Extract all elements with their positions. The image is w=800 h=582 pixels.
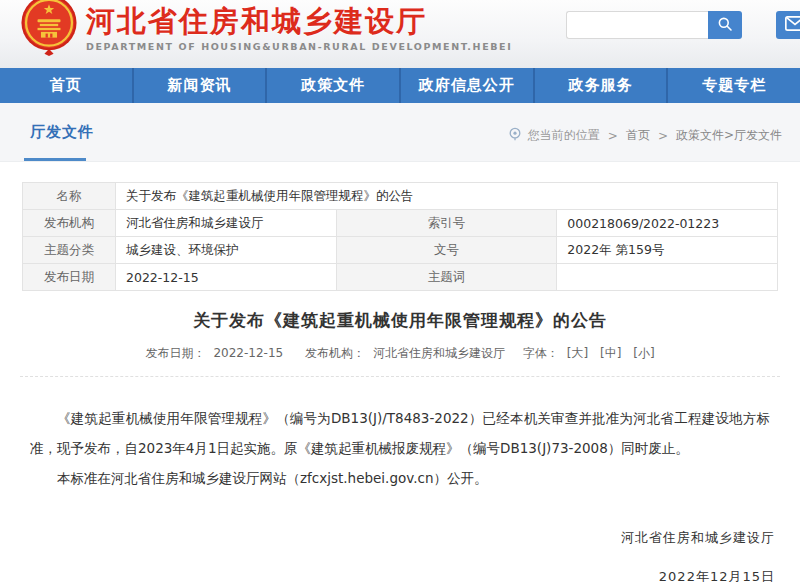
article-paragraph: 《建筑起重机械使用年限管理规程》（编号为DB13(J)/T8483-2022）已… <box>30 403 770 463</box>
doc-index-value: 000218069/2022-01223 <box>557 210 778 237</box>
meta-date: 2022-12-15 <box>213 346 283 360</box>
meta-font-label: 字体： <box>523 346 559 360</box>
nav-item-news[interactable]: 新闻资讯 <box>132 68 266 103</box>
doc-keywords-value <box>557 264 778 291</box>
search-button[interactable] <box>708 11 742 39</box>
breadcrumb-current[interactable]: 政策文件>厅发文件 <box>676 127 782 144</box>
tab-department-documents[interactable]: 厅发文件 <box>30 123 94 142</box>
site-title: 河北省住房和城乡建设厅 <box>86 4 512 38</box>
dashed-divider <box>20 376 780 377</box>
font-size-medium-button[interactable]: [中] <box>600 346 621 360</box>
tab-active-underline <box>24 158 86 161</box>
nav-item-policy[interactable]: 政策文件 <box>265 68 399 103</box>
nav-item-topics[interactable]: 专题专栏 <box>666 68 800 103</box>
signature-block: 河北省住房和城乡建设厅 2022年12月15日 <box>0 529 775 582</box>
mail-button[interactable] <box>776 11 800 39</box>
nav-item-home[interactable]: 首页 <box>0 68 132 103</box>
table-row: 名称 关于发布《建筑起重机械使用年限管理规程》的公告 <box>23 183 778 210</box>
main-content: 名称 关于发布《建筑起重机械使用年限管理规程》的公告 发布机构 河北省住房和城乡… <box>0 162 800 582</box>
font-size-small-button[interactable]: [小] <box>633 346 654 360</box>
doc-name-value: 关于发布《建筑起重机械使用年限管理规程》的公告 <box>116 183 778 210</box>
signature-agency: 河北省住房和城乡建设厅 <box>0 529 775 547</box>
doc-agency-label: 发布机构 <box>23 210 116 237</box>
meta-agency-label: 发布机构： <box>305 346 365 360</box>
main-nav: 首页 新闻资讯 政策文件 政府信息公开 政务服务 专题专栏 <box>0 68 800 103</box>
doc-keywords-label: 主题词 <box>336 264 557 291</box>
location-pin-icon <box>508 127 522 144</box>
doc-number-value: 2022年 第159号 <box>557 237 778 264</box>
mail-icon <box>785 16 800 34</box>
meta-date-label: 发布日期： <box>145 346 205 360</box>
table-row: 发布日期 2022-12-15 主题词 <box>23 264 778 291</box>
doc-category-label: 主题分类 <box>23 237 116 264</box>
site-subtitle: DEPARTMENT OF HOUSING&URBAN-RURAL DEVELO… <box>86 41 512 52</box>
breadcrumb-strip: 厅发文件 您当前的位置 > 首页 > 政策文件>厅发文件 <box>0 103 800 162</box>
breadcrumb-home-link[interactable]: 首页 <box>626 127 650 144</box>
meta-agency: 河北省住房和城乡建设厅 <box>373 346 505 360</box>
signature-date: 2022年12月15日 <box>0 568 775 582</box>
doc-index-label: 索引号 <box>336 210 557 237</box>
doc-date-label: 发布日期 <box>23 264 116 291</box>
national-emblem-icon <box>20 0 78 56</box>
table-row: 主题分类 城乡建设、环境保护 文号 2022年 第159号 <box>23 237 778 264</box>
article-body: 《建筑起重机械使用年限管理规程》（编号为DB13(J)/T8483-2022）已… <box>30 403 770 493</box>
nav-item-services[interactable]: 政务服务 <box>533 68 667 103</box>
document-info-table: 名称 关于发布《建筑起重机械使用年限管理规程》的公告 发布机构 河北省住房和城乡… <box>22 182 778 291</box>
breadcrumb-location-label: 您当前的位置 <box>528 127 600 144</box>
breadcrumb-separator: > <box>658 129 668 143</box>
article-paragraph: 本标准在河北省住房和城乡建设厅网站（zfcxjst.hebei.gov.cn）公… <box>30 463 770 493</box>
doc-name-label: 名称 <box>23 183 116 210</box>
breadcrumb-separator: > <box>608 129 618 143</box>
breadcrumb: 您当前的位置 > 首页 > 政策文件>厅发文件 <box>508 127 782 144</box>
search-bar <box>566 11 742 39</box>
search-input[interactable] <box>566 11 708 39</box>
doc-category-value: 城乡建设、环境保护 <box>116 237 337 264</box>
doc-agency-value: 河北省住房和城乡建设厅 <box>116 210 337 237</box>
doc-number-label: 文号 <box>336 237 557 264</box>
font-size-large-button[interactable]: [大] <box>567 346 588 360</box>
table-row: 发布机构 河北省住房和城乡建设厅 索引号 000218069/2022-0122… <box>23 210 778 237</box>
site-title-block: 河北省住房和城乡建设厅 DEPARTMENT OF HOUSING&URBAN-… <box>86 4 512 52</box>
nav-item-gov-info[interactable]: 政府信息公开 <box>399 68 533 103</box>
page-title: 关于发布《建筑起重机械使用年限管理规程》的公告 <box>0 309 800 332</box>
doc-date-value: 2022-12-15 <box>116 264 337 291</box>
article-meta: 发布日期：2022-12-15 发布机构：河北省住房和城乡建设厅 字体：[大] … <box>0 345 800 362</box>
search-icon <box>717 16 733 35</box>
site-header: 河北省住房和城乡建设厅 DEPARTMENT OF HOUSING&URBAN-… <box>0 0 800 68</box>
